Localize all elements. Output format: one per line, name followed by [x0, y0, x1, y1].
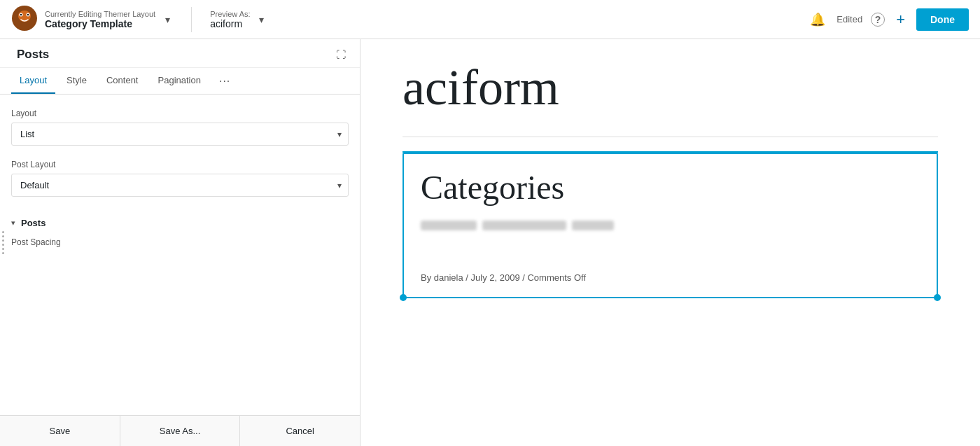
cancel-button[interactable]: Cancel	[240, 416, 360, 446]
save-as-button[interactable]: Save As...	[120, 416, 241, 446]
tab-layout[interactable]: Layout	[11, 68, 55, 94]
preview-label: Preview As: aciform	[210, 10, 250, 29]
tab-content[interactable]: Content	[98, 68, 147, 94]
layout-field-group: Layout List Grid Masonry ▾	[11, 109, 349, 146]
drag-dot	[2, 252, 4, 254]
drag-dot	[2, 235, 4, 237]
notifications-button[interactable]: 🔔	[807, 9, 828, 30]
blue-dot-left	[400, 294, 407, 301]
preview-section: Preview As: aciform ▾	[210, 10, 266, 29]
post-layout-field-group: Post Layout Default Card Overlay ▾	[11, 160, 349, 197]
preview-site-title: aciform	[402, 60, 938, 116]
preview-post-meta: By daniela / July 2, 2009 / Comments Off	[421, 272, 920, 283]
blurred-text-1	[421, 221, 477, 230]
top-bar-right: 🔔 Edited ? + Done	[807, 8, 969, 32]
drag-dot	[2, 239, 4, 242]
drag-dot	[2, 244, 4, 246]
done-button[interactable]: Done	[916, 8, 969, 31]
help-button[interactable]: ?	[871, 13, 885, 27]
preview-area: aciform Categories By daniela / July 2, …	[360, 39, 980, 446]
editing-label: Currently Editing Themer Layout Category…	[45, 10, 155, 29]
drag-handle[interactable]	[0, 39, 6, 446]
post-layout-select-wrapper: Default Card Overlay ▾	[11, 174, 349, 197]
preview-block: Categories By daniela / July 2, 2009 / C…	[402, 153, 938, 298]
post-layout-field-label: Post Layout	[11, 160, 349, 169]
preview-chevron-button[interactable]: ▾	[256, 11, 267, 28]
main-layout: Posts ⛶ Layout Style Content Pagination …	[0, 39, 980, 446]
sidebar: Posts ⛶ Layout Style Content Pagination …	[0, 39, 360, 446]
top-bar-left: Currently Editing Themer Layout Category…	[11, 5, 807, 34]
edited-status: Edited	[836, 14, 862, 25]
post-layout-select[interactable]: Default Card Overlay	[11, 174, 349, 197]
sidebar-title: Posts	[17, 48, 49, 62]
tab-pagination[interactable]: Pagination	[150, 68, 209, 94]
preview-as-label: Preview As:	[210, 10, 250, 18]
preview-blurred-row	[421, 221, 920, 230]
blurred-text-3	[572, 221, 614, 230]
tab-more-button[interactable]: ···	[215, 69, 234, 93]
sidebar-content: Layout List Grid Masonry ▾ Post Layout D…	[0, 95, 360, 415]
svg-point-4	[20, 13, 22, 15]
editing-label-bottom: Category Template	[45, 18, 155, 29]
posts-section-label: Posts	[21, 218, 46, 228]
posts-section-chevron: ▾	[11, 218, 15, 228]
top-bar: Currently Editing Themer Layout Category…	[0, 0, 980, 39]
layout-select[interactable]: List Grid Masonry	[11, 123, 349, 146]
add-button[interactable]: +	[893, 8, 908, 32]
preview-categories-title: Categories	[421, 168, 920, 207]
tab-style[interactable]: Style	[58, 68, 95, 94]
layout-select-wrapper: List Grid Masonry ▾	[11, 123, 349, 146]
template-chevron-button[interactable]: ▾	[162, 11, 173, 28]
logo	[11, 5, 38, 34]
post-spacing-field-group: Post Spacing	[11, 235, 349, 248]
save-bar: Save Save As... Cancel	[0, 415, 360, 446]
blurred-text-2	[482, 221, 566, 230]
svg-point-5	[27, 13, 29, 15]
sidebar-header: Posts ⛶	[0, 39, 360, 68]
layout-field-label: Layout	[11, 109, 349, 118]
drag-dot	[2, 231, 4, 233]
preview-value: aciform	[210, 18, 250, 29]
maximize-button[interactable]: ⛶	[333, 48, 349, 62]
posts-section-header[interactable]: ▾ Posts	[11, 211, 349, 235]
sidebar-tabs: Layout Style Content Pagination ···	[0, 68, 360, 95]
topbar-divider	[191, 7, 192, 32]
blue-dot-right	[934, 294, 941, 301]
preview-divider	[402, 137, 938, 137]
drag-dot	[2, 248, 4, 250]
save-button[interactable]: Save	[0, 416, 120, 446]
editing-label-top: Currently Editing Themer Layout	[45, 10, 155, 18]
preview-content: aciform Categories By daniela / July 2, …	[360, 39, 980, 319]
post-spacing-label: Post Spacing	[11, 237, 61, 247]
